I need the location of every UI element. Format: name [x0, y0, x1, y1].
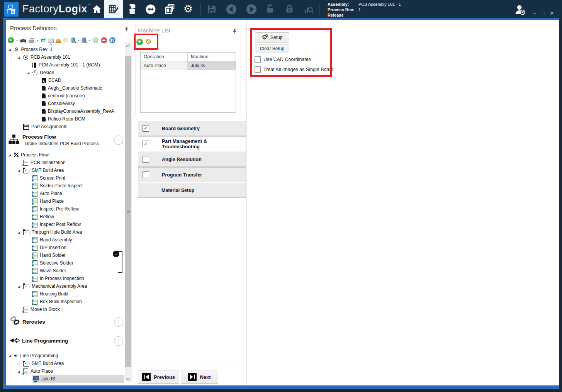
tree-item-document[interactable]: Aegis_Console Schematic: [6, 84, 124, 92]
checkbox[interactable]: [143, 156, 149, 163]
column-header-operation[interactable]: Operation: [141, 53, 188, 61]
section-angle-resolution[interactable]: Angle Resolution: [138, 152, 246, 167]
start-icon[interactable]: [92, 37, 98, 43]
export-database-icon[interactable]: [71, 37, 75, 43]
add-icon[interactable]: +: [8, 37, 14, 43]
undo-button[interactable]: [222, 0, 240, 18]
cell-operation[interactable]: Auto Place: [141, 61, 188, 70]
audit-button[interactable]: [300, 0, 317, 18]
tree-item-operation[interactable]: Reflow: [6, 213, 124, 221]
tree-item-document[interactable]: centroid (console): [6, 92, 124, 100]
tree-item-operation[interactable]: In Process Inspection: [6, 275, 124, 282]
tree-item-operation[interactable]: Housing Build: [6, 290, 124, 298]
export-dropdown-caret[interactable]: ▾: [78, 39, 79, 42]
sync-button[interactable]: [142, 0, 159, 18]
tree-item-operation[interactable]: Move to Stock: [6, 305, 124, 313]
reroutes-section-title[interactable]: Reroutes: [22, 319, 45, 325]
tree-item-area[interactable]: ▷SMT Build Area: [6, 360, 124, 367]
tree-item-operation[interactable]: ◢Auto Place: [6, 367, 124, 375]
tree-item-operation[interactable]: DIP Insertion: [6, 244, 124, 251]
refresh-icon[interactable]: ⇄: [41, 37, 46, 43]
tree-item-ecad[interactable]: ECAD: [6, 76, 124, 84]
tree-item-design[interactable]: ◢Design: [6, 69, 124, 76]
tree-item-pcb-assembly[interactable]: ◢PCB Assembly 101: [6, 53, 124, 61]
pin-icon[interactable]: [124, 26, 129, 33]
recycle-database-icon[interactable]: [81, 37, 86, 43]
tree-item-operation[interactable]: Hand Place: [6, 197, 124, 205]
scrollbar-down-button[interactable]: [125, 375, 132, 382]
unlock-button[interactable]: [262, 0, 278, 18]
settings-button[interactable]: ⚙: [179, 0, 197, 18]
minimize-button[interactable]: –: [531, 10, 538, 17]
section-program-transfer[interactable]: Program Transfer: [138, 167, 246, 182]
presentation-icon[interactable]: [48, 39, 54, 43]
close-button[interactable]: ✕: [548, 10, 555, 17]
expander-icon[interactable]: ◢: [8, 153, 14, 157]
tree-item-operation[interactable]: Solder Paste Inspect: [6, 182, 124, 190]
tree-item-area[interactable]: ◢Mechanical Assembly Area: [6, 282, 124, 290]
scrollbar-thumb[interactable]: [125, 56, 131, 367]
expander-icon[interactable]: ▷: [18, 362, 23, 365]
tree-item-area[interactable]: ◢Through Hole Build Area: [6, 228, 124, 236]
cell-machine[interactable]: Juki IS: [188, 61, 236, 70]
column-header-machine[interactable]: Machine: [188, 53, 236, 61]
tree-item-operation[interactable]: PCB Initialization: [6, 159, 124, 166]
pale-gear-icon[interactable]: ⚙: [63, 37, 68, 43]
expand-section-button[interactable]: ↓: [114, 317, 123, 327]
tree-item-operation[interactable]: Inspect Post Reflow: [6, 221, 124, 228]
tree-item-process-flow[interactable]: ◢Process Flow: [6, 151, 124, 159]
pin-icon[interactable]: [233, 29, 237, 36]
tree-item-operation[interactable]: Auto Place: [6, 190, 124, 197]
line-programming-section-title[interactable]: Line Programming: [22, 338, 68, 344]
tree-item-bom[interactable]: PCB Assembly 101 - 1 (BOM): [6, 61, 124, 69]
section-part-management[interactable]: ✓ Part Management & Troubleshooting: [138, 136, 246, 151]
tree-item-document[interactable]: ConsoleAssy: [6, 100, 124, 107]
tree-item-line-programming[interactable]: ◢◀▷Line Programming: [6, 352, 124, 360]
redo-button[interactable]: [243, 0, 260, 18]
tree-item-part-assignments[interactable]: Part Assignments: [6, 123, 124, 131]
print-dropdown-caret[interactable]: ▾: [37, 39, 38, 42]
tree-item-operation[interactable]: Screen Print: [6, 174, 124, 182]
tree-item-process-rev[interactable]: ◢Process Rev: 1: [6, 46, 124, 53]
previous-button[interactable]: Previous: [138, 370, 179, 384]
process-definition-tab[interactable]: [104, 0, 123, 18]
pause-icon[interactable]: [109, 37, 115, 43]
print-icon[interactable]: [29, 40, 34, 43]
expander-icon[interactable]: ◢: [27, 71, 32, 75]
maximize-button[interactable]: □: [540, 10, 547, 17]
expander-icon[interactable]: ◢: [18, 56, 23, 59]
table-row[interactable]: Auto Place Juki IS: [141, 61, 236, 70]
documents-button[interactable]: [161, 0, 178, 18]
tree-item-area[interactable]: ◢SMT Build Area: [6, 166, 124, 174]
tree-item-operation[interactable]: Selective Solder: [6, 259, 124, 267]
next-button[interactable]: Next: [181, 370, 218, 384]
tree-item-machine-selected[interactable]: Juki IS: [6, 375, 124, 383]
tree-item-operation[interactable]: Hand Solder: [6, 251, 124, 259]
tree-item-document[interactable]: Helico-Rotor BOM: [6, 115, 124, 123]
alert-bell-icon[interactable]: [56, 39, 61, 42]
scrollbar-up-button[interactable]: [125, 42, 132, 49]
tree-item-operation[interactable]: Box Build Inspection: [6, 298, 124, 305]
tree-item-operation[interactable]: Wave Solder: [6, 267, 124, 275]
expander-icon[interactable]: ◢: [18, 169, 23, 172]
tree-item-document[interactable]: DisplayConsoleAssembly_RevA: [6, 107, 124, 115]
checkbox[interactable]: ✓: [143, 141, 149, 147]
checkbox[interactable]: ✓: [143, 125, 149, 132]
collapse-section-button[interactable]: ↑: [114, 336, 123, 346]
user-button[interactable]: [514, 4, 526, 18]
import-button[interactable]: [124, 0, 141, 18]
section-material-setup[interactable]: Material Setup: [138, 183, 246, 198]
recycle-dropdown-caret[interactable]: ▾: [88, 39, 90, 42]
add-dropdown-caret[interactable]: ▾: [16, 39, 18, 42]
expander-icon[interactable]: ◢: [18, 231, 23, 234]
save-button[interactable]: [204, 0, 219, 18]
collapse-section-button[interactable]: ↑: [114, 136, 123, 145]
stop-icon[interactable]: [101, 37, 107, 43]
section-board-geometry[interactable]: ✓ Board Geometry: [138, 121, 246, 136]
lock-button[interactable]: [281, 0, 297, 18]
process-flow-section-title[interactable]: Process Flow: [22, 134, 56, 140]
checkbox[interactable]: [143, 171, 149, 178]
tree-item-operation[interactable]: Hand Assembly: [6, 236, 124, 244]
tree-item-operation[interactable]: Inspect Pre Reflow: [6, 205, 124, 213]
expander-icon[interactable]: ◢: [8, 48, 14, 51]
